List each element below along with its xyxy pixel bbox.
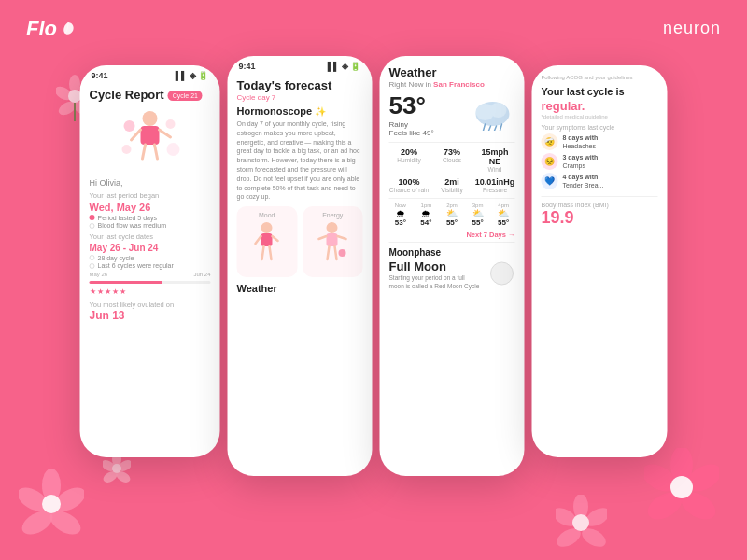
- svg-line-44: [272, 236, 277, 241]
- svg-line-35: [143, 145, 146, 159]
- svg-line-58: [489, 126, 491, 131]
- bmi-divider: [542, 196, 658, 197]
- decorative-flower-5: [556, 495, 607, 551]
- fc-1pm: 1pm 🌧 54°: [415, 203, 438, 227]
- svg-rect-42: [261, 233, 272, 246]
- ovulated-date: Jun 13: [90, 309, 211, 322]
- svg-point-61: [491, 262, 514, 285]
- moon-name: Full Moon: [389, 259, 482, 273]
- bmi-label: Body mass index (BMI): [542, 202, 658, 208]
- headache-text: 8 days with Headaches: [563, 133, 599, 150]
- svg-point-53: [339, 249, 346, 257]
- svg-point-41: [261, 222, 272, 233]
- wind-stat: 15mph NE Wind: [475, 147, 515, 173]
- svg-rect-48: [327, 233, 338, 246]
- period-detail1: Period lasted 5 days: [90, 215, 211, 221]
- last-cycle-title: Your last cycle is: [542, 82, 658, 99]
- location-text: Right Now in San Francisco: [389, 80, 515, 89]
- phone-weather: Weather Right Now in San Francisco 53° R…: [380, 56, 525, 476]
- status-bar-2: 9:41 ▌▌ ◈ 🔋: [228, 56, 373, 73]
- decorative-flower-1: [19, 467, 84, 541]
- rain-stat: 100% Chance of rain: [389, 177, 430, 193]
- mood-card: Mood: [237, 206, 298, 277]
- moon-desc: Starting your period on a full moon is c…: [389, 273, 482, 290]
- weather-title: Weather: [389, 65, 515, 79]
- timeline-to: Jun 24: [193, 272, 210, 277]
- moon-icon: [489, 260, 515, 290]
- energy-figure: [308, 220, 358, 272]
- forecast-title: Today's forecast: [237, 78, 363, 92]
- feels-like: Feels like 49°: [389, 129, 434, 137]
- bmi-value: 19.9: [542, 208, 658, 228]
- svg-line-43: [255, 236, 261, 244]
- cycle-day-tag: Cycle day 7: [237, 93, 363, 102]
- energy-label: Energy: [308, 212, 358, 218]
- symptom-cramps: 😣 3 days with Cramps: [542, 153, 658, 170]
- cramps-text: 3 days with Cramps: [563, 153, 599, 170]
- rating-stars: ★★★★★: [90, 287, 211, 296]
- pressure-stat: 10.01inHg Pressure: [475, 177, 515, 193]
- hormonoscope-title: Hormonoscope ✨: [237, 105, 363, 117]
- symptom-tender: 💙 4 days with Tender Brea...: [542, 173, 658, 189]
- ovulated-label: You most likely ovulated on: [90, 301, 211, 309]
- divider2: [389, 198, 515, 199]
- svg-point-18: [670, 476, 693, 498]
- moonphase-label: Moonphase: [389, 247, 515, 258]
- greeting: Hi Olivia,: [90, 178, 211, 188]
- cycle-illustration: [90, 107, 211, 175]
- neuron-logo: neuron: [663, 19, 721, 38]
- svg-line-49: [319, 236, 327, 239]
- symptom-headaches: 🤕 8 days with Headaches: [542, 133, 658, 150]
- svg-line-59: [495, 126, 497, 131]
- svg-line-34: [160, 130, 171, 137]
- location-name: San Francisco: [433, 80, 485, 89]
- timeline-bar: [90, 281, 211, 284]
- fc-2pm: 2pm ⛅ 55°: [441, 203, 464, 227]
- headache-icon: 🤕: [542, 133, 558, 150]
- weather-cloud-icon: [471, 93, 515, 139]
- svg-line-51: [328, 246, 330, 259]
- next-days-link[interactable]: Next 7 Days →: [389, 231, 515, 239]
- period-detail2: Blood flow was medium: [90, 222, 211, 229]
- phone2-content: Today's forecast Cycle day 7 Hormonoscop…: [228, 73, 373, 469]
- status-bar-1: 9:41 ▌▌ ◈ 🔋: [80, 65, 220, 82]
- visibility-stat: 2mi Visibility: [432, 177, 472, 193]
- hormonoscope-text: On day 7 of your monthly cycle, rising e…: [237, 119, 363, 202]
- cycle-detail2: Last 6 cycles were regular: [90, 262, 211, 269]
- svg-rect-32: [141, 126, 160, 145]
- clouds-stat: 73% Clouds: [432, 147, 472, 173]
- acog-note: Following ACOG and your guidelines: [542, 75, 658, 80]
- cycle-dates: May 26 - Jun 24: [90, 243, 211, 253]
- svg-line-36: [155, 145, 158, 159]
- fc-now: Now 🌧 53°: [389, 203, 413, 227]
- weather-stats: 20% Humidity 73% Clouds 15mph NE Wind: [389, 147, 515, 173]
- svg-point-56: [490, 103, 507, 118]
- fc-4pm: 4pm ⛅ 55°: [492, 203, 515, 227]
- phone3-content: Weather Right Now in San Francisco 53° R…: [380, 56, 525, 452]
- svg-point-38: [166, 119, 176, 129]
- weather-stats-2: 100% Chance of rain 2mi Visibility 10.01…: [389, 177, 515, 193]
- phone-forecast: 9:41 ▌▌ ◈ 🔋 Today's forecast Cycle day 7…: [228, 56, 373, 476]
- svg-point-37: [124, 120, 135, 132]
- medical-note: *detailed medical guideline: [542, 114, 658, 119]
- divider3: [389, 242, 515, 243]
- svg-line-45: [261, 246, 263, 259]
- cycle-report-title: Cycle Report: [90, 88, 164, 102]
- svg-line-50: [338, 236, 346, 239]
- divider1: [389, 142, 515, 143]
- phone-last-cycle: Following ACOG and your guidelines Your …: [532, 65, 668, 457]
- cycle-detail1: 28 day cycle: [90, 255, 211, 261]
- energy-card: Energy: [303, 206, 363, 277]
- cycle-dates-label: Your last cycle dates: [90, 232, 211, 241]
- weather-section: Weather: [237, 283, 363, 294]
- fc-3pm: 3pm ⛅ 55°: [466, 203, 489, 227]
- cramps-icon: 😣: [542, 153, 558, 170]
- svg-point-30: [572, 514, 589, 531]
- mood-figure: [243, 220, 292, 272]
- cycle-badge: Cycle 21: [168, 91, 203, 101]
- svg-line-52: [335, 246, 337, 259]
- tender-text: 4 days with Tender Brea...: [563, 173, 604, 189]
- last-period-date: Wed, May 26: [90, 202, 211, 213]
- svg-line-60: [500, 124, 502, 131]
- hourly-forecast: Now 🌧 53° 1pm 🌧 54° 2pm ⛅ 55° 3pm ⛅: [389, 203, 515, 227]
